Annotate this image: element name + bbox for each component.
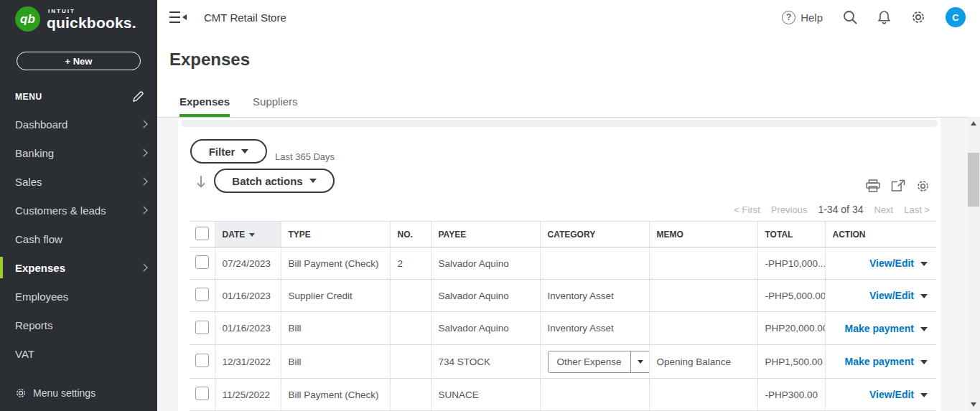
row-checkbox[interactable] [195, 321, 209, 334]
table-row: 12/31/2022 Bill 734 STOCK Other Expense … [190, 345, 936, 379]
search-icon[interactable] [843, 10, 857, 24]
menu-settings[interactable]: Menu settings [15, 387, 95, 399]
column-header-memo[interactable]: MEMO [649, 222, 757, 247]
user-avatar[interactable]: C [946, 7, 966, 27]
chevron-right-icon [139, 263, 147, 271]
column-header-action: ACTION [825, 222, 936, 247]
vertical-scrollbar[interactable] [967, 117, 980, 411]
active-indicator-bar [0, 257, 3, 278]
export-icon[interactable] [891, 179, 905, 193]
expenses-card: Filter Last 365 Days Batch actions [178, 118, 941, 411]
top-navbar: CMT Retail Store ? Help C [157, 0, 980, 34]
select-all-checkbox[interactable] [195, 227, 209, 240]
sidebar-nav: Dashboard Banking Sales Customers & lead… [0, 110, 157, 368]
sort-desc-icon [249, 233, 255, 237]
table-row: 11/25/2022 Bill Payment (Check) SUNACE -… [190, 379, 936, 411]
quickbooks-app: qb INTUIT quickbooks. + New MENU Dashboa… [0, 0, 980, 411]
caret-down-icon [309, 179, 317, 183]
pagination-first[interactable]: < First [734, 204, 760, 215]
content-scroll-region: Filter Last 365 Days Batch actions [157, 118, 967, 411]
help-icon: ? [782, 11, 795, 24]
quickbooks-wordmark: quickbooks. [47, 14, 136, 31]
column-header-payee[interactable]: PAYEE [431, 222, 540, 247]
quickbooks-logo: qb INTUIT quickbooks. [0, 0, 157, 32]
sort-order-arrow-icon[interactable] [195, 175, 207, 189]
company-name[interactable]: CMT Retail Store [204, 11, 286, 24]
main-area: CMT Retail Store ? Help C Expenses [157, 0, 980, 411]
make-payment-link[interactable]: Make payment [845, 356, 914, 367]
column-header-total[interactable]: TOTAL [757, 222, 825, 247]
expenses-table: DATE TYPE NO. PAYEE CATEGORY MEMO TOTAL … [190, 221, 936, 411]
action-dropdown-caret[interactable] [920, 262, 928, 266]
action-dropdown-caret[interactable] [920, 327, 928, 331]
chevron-right-icon [139, 177, 147, 185]
intuit-label: INTUIT [48, 9, 136, 14]
pagination-previous[interactable]: Previous [771, 204, 808, 215]
page-title: Expenses [169, 49, 980, 70]
date-range-label: Last 365 Days [275, 151, 335, 162]
row-checkbox[interactable] [195, 288, 209, 301]
sidebar-item-reports[interactable]: Reports [0, 311, 157, 339]
batch-actions-button[interactable]: Batch actions [214, 169, 335, 193]
row-checkbox[interactable] [195, 255, 209, 269]
filter-button[interactable]: Filter [190, 139, 267, 164]
view-edit-link[interactable]: View/Edit [869, 258, 914, 269]
qb-logo-icon: qb [15, 6, 40, 32]
row-checkbox[interactable] [195, 354, 209, 367]
table-settings-gear-icon[interactable] [916, 179, 930, 193]
column-header-date[interactable]: DATE [215, 222, 281, 247]
collapse-menu-icon[interactable] [169, 11, 187, 24]
sidebar-item-sales[interactable]: Sales [0, 167, 157, 196]
tab-suppliers[interactable]: Suppliers [253, 95, 298, 118]
action-dropdown-caret[interactable] [920, 360, 928, 364]
table-row: 07/24/2023 Bill Payment (Check) 2 Salvad… [190, 247, 936, 280]
table-header-row: DATE TYPE NO. PAYEE CATEGORY MEMO TOTAL … [190, 222, 936, 247]
pagination: < First Previous 1-34 of 34 Next Last > [734, 204, 930, 215]
scroll-up-arrow[interactable] [967, 118, 980, 128]
sidebar-item-employees[interactable]: Employees [0, 282, 157, 311]
pagination-last[interactable]: Last > [904, 204, 930, 215]
chevron-right-icon [139, 120, 147, 128]
sidebar-item-customers-leads[interactable]: Customers & leads [0, 196, 157, 225]
dropdown-caret-icon[interactable] [630, 351, 649, 372]
settings-gear-icon[interactable] [911, 10, 925, 24]
sidebar-item-cash-flow[interactable]: Cash flow [0, 225, 157, 253]
collapsed-panel-edge [181, 120, 938, 127]
chevron-right-icon [139, 206, 147, 214]
sidebar-item-dashboard[interactable]: Dashboard [0, 110, 157, 138]
row-checkbox[interactable] [195, 387, 209, 400]
edit-menu-pencil-icon[interactable] [132, 90, 144, 103]
notifications-bell-icon[interactable] [877, 10, 891, 24]
sidebar-item-vat[interactable]: VAT [0, 339, 157, 368]
print-icon[interactable] [866, 179, 880, 193]
action-dropdown-caret[interactable] [920, 393, 928, 397]
caret-down-icon [241, 149, 248, 153]
chevron-right-icon [139, 148, 147, 156]
column-header-no[interactable]: NO. [390, 222, 431, 247]
scrollbar-thumb[interactable] [968, 153, 979, 207]
table-row: 01/16/2023 Supplier Credit Salvador Aqui… [190, 280, 936, 312]
tab-expenses[interactable]: Expenses [179, 95, 230, 118]
pagination-count: 1-34 of 34 [818, 204, 863, 215]
category-dropdown[interactable]: Other Expense [548, 351, 650, 373]
column-header-type[interactable]: TYPE [281, 222, 390, 247]
sidebar-item-banking[interactable]: Banking [0, 138, 157, 167]
table-row: 01/16/2023 Bill Salvador Aquino Inventor… [190, 312, 936, 345]
scroll-down-arrow[interactable] [967, 400, 980, 410]
column-header-category[interactable]: CATEGORY [540, 222, 649, 247]
view-edit-link[interactable]: View/Edit [869, 290, 914, 301]
new-button[interactable]: + New [17, 52, 141, 70]
pagination-next[interactable]: Next [874, 204, 893, 215]
action-dropdown-caret[interactable] [920, 294, 928, 298]
help-button[interactable]: ? Help [782, 11, 823, 24]
make-payment-link[interactable]: Make payment [845, 323, 914, 334]
view-edit-link[interactable]: View/Edit [869, 389, 914, 400]
tab-bar: Expenses Suppliers [179, 95, 980, 118]
sidebar-item-expenses[interactable]: Expenses [0, 253, 157, 282]
gear-icon [15, 387, 27, 399]
sidebar: qb INTUIT quickbooks. + New MENU Dashboa… [0, 0, 157, 411]
menu-label: MENU [15, 92, 42, 102]
